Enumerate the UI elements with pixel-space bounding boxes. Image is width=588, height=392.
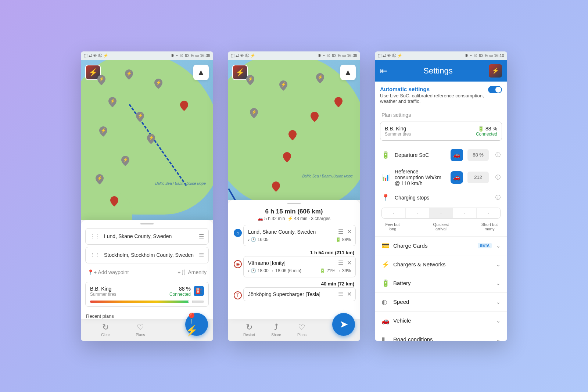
bars-icon: 📊: [381, 173, 390, 181]
origin-input[interactable]: ⋮⋮ Lund, Skane County, Sweden ☰: [85, 228, 209, 245]
info-icon[interactable]: ⓘ: [495, 194, 501, 201]
car-icon: 🚗: [381, 317, 389, 325]
svg-text:⚡: ⚡: [137, 113, 143, 118]
close-icon[interactable]: ✕: [347, 259, 352, 266]
charger-pin[interactable]: ⚡: [147, 134, 155, 144]
app-logo[interactable]: ⚡: [232, 65, 248, 80]
drag-grip-icon: ⋮⋮: [90, 233, 100, 239]
destination-input[interactable]: ⋮⋮ Stockholm, Stockholm County, Sweden ☰: [85, 247, 209, 263]
tune-icon[interactable]: ☰: [199, 233, 204, 240]
auto-button[interactable]: 🚗: [451, 171, 463, 184]
charger-pin[interactable]: ⚡: [96, 174, 104, 184]
settings-body[interactable]: Automatic settings Use Live SoC, calibra…: [375, 82, 507, 341]
amenity-button[interactable]: +🍴 Amenity: [178, 269, 207, 275]
road-row[interactable]: ▮ Road conditions ⌄: [375, 330, 507, 341]
screen-plan-input: ⬚ ⇄ 👁 Ⓝ ⚡ ✱ ⚬ ⏲ 92 % ▭ 16:06 ⚡ ▲ ⚡ ⚡ ⚡ ⚡…: [81, 51, 213, 341]
destination-pin[interactable]: [334, 97, 343, 107]
svg-text:⚡: ⚡: [148, 135, 154, 140]
navigate-fab[interactable]: ➤: [332, 313, 355, 336]
charge-stop-pin[interactable]: [288, 130, 297, 140]
drag-handle[interactable]: [287, 203, 301, 204]
chargers-row[interactable]: ⚡ Chargers & Networks ⌄: [375, 255, 507, 274]
charge-strategy-slider[interactable]: ·····: [381, 208, 501, 219]
close-icon[interactable]: ✕: [347, 228, 352, 235]
compass-button[interactable]: ▲: [340, 65, 356, 80]
sea-label: Baltic Sea / Балтийское море: [155, 181, 206, 186]
trip-summary: 6 h 15 min (606 km) 🚗 5 h 32 min ⚡ 43 mi…: [228, 208, 360, 225]
departure-soc-value[interactable]: 88 %: [467, 149, 489, 161]
charger-pin[interactable]: ⚡: [125, 69, 133, 80]
share-icon: ⤴: [274, 323, 278, 332]
drag-handle[interactable]: [140, 223, 154, 224]
card-icon: 💳: [381, 242, 389, 250]
auto-button[interactable]: 🚗: [451, 149, 463, 161]
vehicle-row[interactable]: 🚗 Vehicle ⌄: [375, 311, 507, 330]
trip-subtitle: 🚗 5 h 32 min ⚡ 43 min · 3 charges: [228, 216, 360, 221]
heart-icon: ♡: [137, 323, 144, 332]
tune-icon[interactable]: ☰: [199, 252, 204, 259]
svg-text:⚡: ⚡: [97, 175, 103, 181]
auto-toggle[interactable]: [488, 86, 502, 93]
nav-clear[interactable]: ↻Clear: [101, 323, 110, 337]
app-logo[interactable]: ⚡: [489, 64, 502, 78]
battery-icon: 🔋: [381, 151, 390, 159]
origin-pin[interactable]: [272, 181, 280, 192]
battery-slider[interactable]: [90, 301, 204, 303]
status-left: ⬚ ⇄ 👁 Ⓝ ⚡: [231, 53, 255, 58]
slider-labels: Few but longQuickest arrivalShort but ma…: [375, 221, 507, 236]
charger-pin[interactable]: ⚡: [136, 112, 144, 122]
stop-name: Jönköping Supercharger [Tesla]: [248, 291, 351, 297]
charger-pin[interactable]: ⚡: [246, 75, 254, 85]
charger-pin[interactable]: ⚡: [121, 156, 129, 166]
bottom-sheet[interactable]: 6 h 15 min (606 km) 🚗 5 h 32 min ⚡ 43 mi…: [228, 200, 360, 319]
road-icon: ▮: [381, 335, 389, 341]
destination-pin[interactable]: [180, 101, 188, 111]
tune-icon[interactable]: ☰: [338, 259, 343, 266]
charge-stop-pin[interactable]: [283, 152, 291, 162]
svg-text:⚡: ⚡: [101, 127, 106, 133]
charger-pin[interactable]: ⚡: [99, 126, 107, 137]
stop-name: Värnamo [Ionity]: [248, 260, 351, 266]
route-stop-charger[interactable]: ◉ Värnamo [Ionity] ☰✕ › 🕐 18:00 → 18:06 …: [243, 256, 356, 277]
add-waypoint-button[interactable]: 📍+ Add waypoint: [87, 269, 129, 275]
plan-route-fab[interactable]: 📍⚡: [185, 313, 208, 336]
battery-row[interactable]: 🔋 Battery ⌄: [375, 274, 507, 292]
charge-stop-pin[interactable]: [311, 112, 319, 122]
tune-icon[interactable]: ☰: [338, 228, 343, 235]
ref-cons-label: Reference consumption Wh/km @ 110 km/h: [395, 169, 446, 186]
charger-pin[interactable]: ⚡: [316, 73, 324, 83]
origin-pin[interactable]: [110, 196, 118, 206]
svg-text:⚡: ⚡: [248, 76, 253, 82]
compass-button[interactable]: ▲: [193, 65, 209, 80]
speed-row[interactable]: ◐ Speed ⌄: [375, 292, 507, 311]
nav-plans[interactable]: ♡Plans: [136, 323, 145, 337]
charger-pin[interactable]: ⚡: [250, 108, 258, 118]
heart-icon: ♡: [298, 323, 305, 332]
charger-pin[interactable]: ⚡: [108, 97, 116, 107]
back-button[interactable]: ⇤: [380, 66, 387, 76]
vehicle-box[interactable]: B.B. King Summer tires 🔋 88 % Connected: [380, 122, 502, 141]
info-icon[interactable]: ⓘ: [495, 152, 501, 158]
charger-pin[interactable]: ⚡: [279, 80, 287, 91]
map[interactable]: ⚡ ▲ ⚡ ⚡ ⚡ ⚡ Baltic Sea / Балтийское море: [228, 60, 360, 200]
bottom-sheet[interactable]: ⋮⋮ Lund, Skane County, Sweden ☰ ⋮⋮ Stock…: [81, 220, 213, 319]
vehicle-pct: 88 %: [169, 286, 191, 292]
info-icon[interactable]: ⓘ: [495, 174, 501, 181]
vehicle-card[interactable]: B.B. King Summer tires 88 % Connected ⛽: [85, 282, 209, 307]
status-bar: ⬚ ⇄ 👁 Ⓝ ⚡ ✱ ⚬ ⏲ 93 % ▭ 16:10: [375, 51, 507, 60]
status-left: ⬚ ⇄ 👁 Ⓝ ⚡: [84, 53, 108, 58]
close-icon[interactable]: ✕: [347, 291, 352, 298]
route-stop-charger[interactable]: T Jönköping Supercharger [Tesla] ☰✕: [243, 287, 356, 301]
map[interactable]: ⚡ ▲ ⚡ ⚡ ⚡ ⚡ ⚡ ⚡ ⚡ ⚡ ⚡ Baltic Sea / Балти…: [81, 60, 213, 220]
nav-share[interactable]: ⤴Share: [271, 323, 281, 337]
charger-pin[interactable]: ⚡: [154, 79, 162, 89]
ref-cons-value[interactable]: 212: [467, 172, 489, 183]
charge-cards-row[interactable]: 💳 Charge Cards BETA ⌄: [375, 236, 507, 255]
svg-text:⚡: ⚡: [156, 80, 161, 85]
nav-plans[interactable]: ♡Plans: [297, 323, 306, 337]
destination-text: Stockholm, Stockholm County, Sweden: [104, 252, 195, 258]
route-stop-origin[interactable]: ⌂ Lund, Skane County, Sweden ☰✕ › 🕐 16:0…: [243, 225, 356, 246]
charger-pin[interactable]: ⚡: [97, 75, 105, 85]
nav-restart[interactable]: ↻Restart: [243, 323, 255, 337]
tune-icon[interactable]: ☰: [338, 291, 343, 298]
